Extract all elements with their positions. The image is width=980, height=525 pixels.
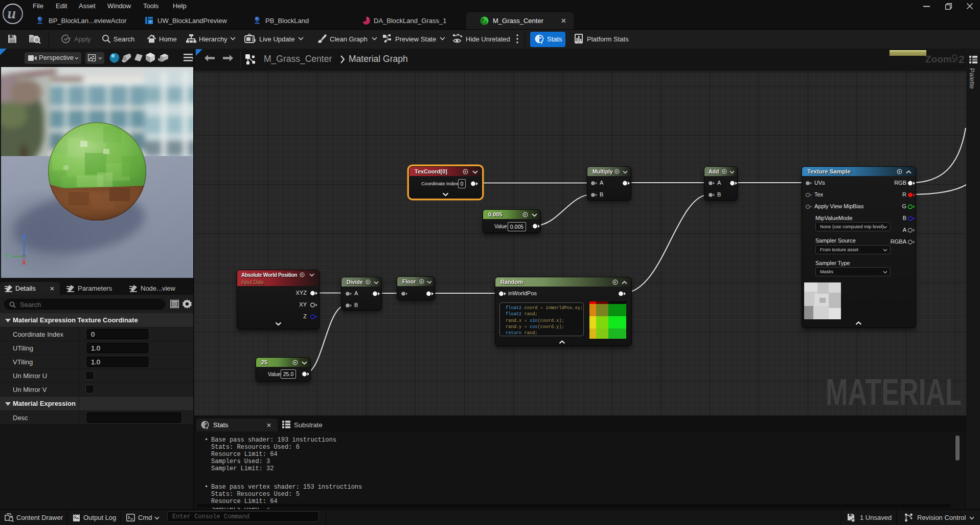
svg-text:Y: Y	[5, 253, 9, 260]
svg-text:Z: Z	[22, 233, 26, 240]
svg-text:i: i	[207, 426, 208, 430]
svg-text:X: X	[22, 259, 26, 266]
svg-text:i: i	[541, 40, 543, 45]
svg-text:u: u	[8, 5, 16, 21]
